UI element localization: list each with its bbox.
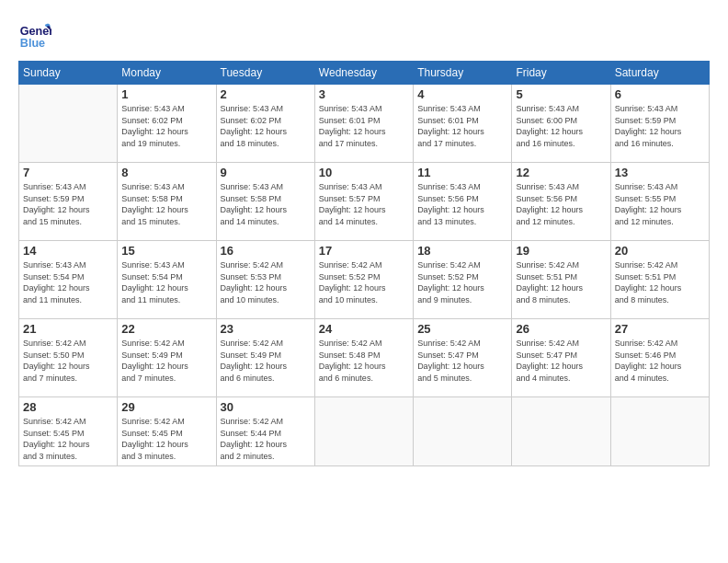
- day-number: 15: [121, 244, 211, 258]
- day-info: Sunrise: 5:42 AM Sunset: 5:51 PM Dayligh…: [516, 259, 606, 305]
- day-number: 4: [417, 87, 507, 101]
- calendar-cell: [512, 397, 610, 466]
- day-info: Sunrise: 5:43 AM Sunset: 5:58 PM Dayligh…: [221, 181, 311, 227]
- calendar-cell: 10Sunrise: 5:43 AM Sunset: 5:57 PM Dayli…: [314, 163, 413, 241]
- page-header: General Blue: [18, 18, 710, 52]
- day-info: Sunrise: 5:43 AM Sunset: 6:00 PM Dayligh…: [516, 103, 606, 149]
- day-info: Sunrise: 5:42 AM Sunset: 5:52 PM Dayligh…: [319, 259, 409, 305]
- day-info: Sunrise: 5:42 AM Sunset: 5:49 PM Dayligh…: [221, 338, 311, 384]
- day-number: 5: [516, 87, 606, 101]
- day-number: 9: [221, 166, 311, 179]
- day-number: 21: [23, 322, 113, 336]
- day-info: Sunrise: 5:42 AM Sunset: 5:47 PM Dayligh…: [417, 338, 507, 384]
- day-number: 13: [615, 166, 705, 179]
- weekday-header: Friday: [512, 62, 610, 85]
- calendar-cell: 5Sunrise: 5:43 AM Sunset: 6:00 PM Daylig…: [512, 85, 610, 163]
- day-info: Sunrise: 5:42 AM Sunset: 5:52 PM Dayligh…: [417, 259, 507, 305]
- day-info: Sunrise: 5:42 AM Sunset: 5:53 PM Dayligh…: [221, 259, 311, 305]
- day-number: 24: [319, 322, 409, 336]
- calendar-cell: 28Sunrise: 5:42 AM Sunset: 5:45 PM Dayli…: [19, 397, 118, 466]
- day-number: 3: [319, 87, 409, 101]
- day-number: 17: [319, 244, 409, 258]
- day-info: Sunrise: 5:43 AM Sunset: 5:56 PM Dayligh…: [417, 181, 507, 227]
- calendar-cell: 4Sunrise: 5:43 AM Sunset: 6:01 PM Daylig…: [414, 85, 512, 163]
- day-info: Sunrise: 5:43 AM Sunset: 6:02 PM Dayligh…: [121, 103, 211, 149]
- weekday-header: Monday: [118, 62, 216, 85]
- calendar-cell: 26Sunrise: 5:42 AM Sunset: 5:47 PM Dayli…: [512, 319, 610, 397]
- calendar-week-row: 1Sunrise: 5:43 AM Sunset: 6:02 PM Daylig…: [19, 85, 710, 163]
- calendar-cell: [414, 397, 512, 466]
- calendar-cell: 17Sunrise: 5:42 AM Sunset: 5:52 PM Dayli…: [314, 241, 413, 319]
- day-number: 14: [23, 244, 113, 258]
- calendar-cell: 13Sunrise: 5:43 AM Sunset: 5:55 PM Dayli…: [610, 163, 709, 241]
- day-number: 10: [319, 166, 409, 179]
- calendar-week-row: 14Sunrise: 5:43 AM Sunset: 5:54 PM Dayli…: [19, 241, 710, 319]
- day-number: 22: [121, 322, 211, 336]
- day-info: Sunrise: 5:43 AM Sunset: 5:59 PM Dayligh…: [615, 103, 705, 149]
- day-info: Sunrise: 5:42 AM Sunset: 5:51 PM Dayligh…: [615, 259, 705, 305]
- calendar-cell: 24Sunrise: 5:42 AM Sunset: 5:48 PM Dayli…: [314, 319, 413, 397]
- calendar-cell: 7Sunrise: 5:43 AM Sunset: 5:59 PM Daylig…: [19, 163, 118, 241]
- calendar-cell: 18Sunrise: 5:42 AM Sunset: 5:52 PM Dayli…: [414, 241, 512, 319]
- calendar-cell: 19Sunrise: 5:42 AM Sunset: 5:51 PM Dayli…: [512, 241, 610, 319]
- day-info: Sunrise: 5:43 AM Sunset: 5:54 PM Dayligh…: [121, 259, 211, 305]
- weekday-header: Wednesday: [314, 62, 413, 85]
- calendar-cell: 20Sunrise: 5:42 AM Sunset: 5:51 PM Dayli…: [610, 241, 709, 319]
- weekday-header: Thursday: [414, 62, 512, 85]
- calendar-cell: 25Sunrise: 5:42 AM Sunset: 5:47 PM Dayli…: [414, 319, 512, 397]
- weekday-header: Sunday: [19, 62, 118, 85]
- day-info: Sunrise: 5:43 AM Sunset: 5:57 PM Dayligh…: [319, 181, 409, 227]
- day-number: 18: [417, 244, 507, 258]
- day-info: Sunrise: 5:42 AM Sunset: 5:45 PM Dayligh…: [121, 416, 211, 462]
- day-info: Sunrise: 5:43 AM Sunset: 6:01 PM Dayligh…: [319, 103, 409, 149]
- day-info: Sunrise: 5:43 AM Sunset: 5:59 PM Dayligh…: [23, 181, 113, 227]
- day-info: Sunrise: 5:43 AM Sunset: 5:54 PM Dayligh…: [23, 259, 113, 305]
- calendar-cell: 8Sunrise: 5:43 AM Sunset: 5:58 PM Daylig…: [118, 163, 216, 241]
- calendar-cell: 6Sunrise: 5:43 AM Sunset: 5:59 PM Daylig…: [610, 85, 709, 163]
- calendar-cell: 11Sunrise: 5:43 AM Sunset: 5:56 PM Dayli…: [414, 163, 512, 241]
- day-number: 6: [615, 87, 705, 101]
- day-info: Sunrise: 5:42 AM Sunset: 5:49 PM Dayligh…: [121, 338, 211, 384]
- day-number: 16: [221, 244, 311, 258]
- day-info: Sunrise: 5:42 AM Sunset: 5:50 PM Dayligh…: [23, 338, 113, 384]
- day-info: Sunrise: 5:42 AM Sunset: 5:45 PM Dayligh…: [23, 416, 113, 462]
- day-info: Sunrise: 5:43 AM Sunset: 5:58 PM Dayligh…: [121, 181, 211, 227]
- day-number: 19: [516, 244, 606, 258]
- day-number: 11: [417, 166, 507, 179]
- calendar-cell: 16Sunrise: 5:42 AM Sunset: 5:53 PM Dayli…: [216, 241, 314, 319]
- day-info: Sunrise: 5:42 AM Sunset: 5:44 PM Dayligh…: [221, 416, 311, 462]
- day-number: 30: [221, 400, 311, 414]
- day-number: 1: [121, 87, 211, 101]
- day-number: 12: [516, 166, 606, 179]
- calendar-cell: [610, 397, 709, 466]
- day-number: 2: [221, 87, 311, 101]
- day-info: Sunrise: 5:43 AM Sunset: 6:01 PM Dayligh…: [417, 103, 507, 149]
- calendar-cell: 21Sunrise: 5:42 AM Sunset: 5:50 PM Dayli…: [19, 319, 118, 397]
- day-number: 7: [23, 166, 113, 179]
- calendar-cell: 27Sunrise: 5:42 AM Sunset: 5:46 PM Dayli…: [610, 319, 709, 397]
- weekday-header: Saturday: [610, 62, 709, 85]
- day-info: Sunrise: 5:42 AM Sunset: 5:47 PM Dayligh…: [516, 338, 606, 384]
- calendar-cell: 15Sunrise: 5:43 AM Sunset: 5:54 PM Dayli…: [118, 241, 216, 319]
- day-info: Sunrise: 5:42 AM Sunset: 5:46 PM Dayligh…: [615, 338, 705, 384]
- calendar-cell: 9Sunrise: 5:43 AM Sunset: 5:58 PM Daylig…: [216, 163, 314, 241]
- calendar-week-row: 7Sunrise: 5:43 AM Sunset: 5:59 PM Daylig…: [19, 163, 710, 241]
- day-info: Sunrise: 5:42 AM Sunset: 5:48 PM Dayligh…: [319, 338, 409, 384]
- calendar-cell: 14Sunrise: 5:43 AM Sunset: 5:54 PM Dayli…: [19, 241, 118, 319]
- day-info: Sunrise: 5:43 AM Sunset: 6:02 PM Dayligh…: [221, 103, 311, 149]
- day-number: 20: [615, 244, 705, 258]
- day-number: 25: [417, 322, 507, 336]
- day-info: Sunrise: 5:43 AM Sunset: 5:55 PM Dayligh…: [615, 181, 705, 227]
- calendar-week-row: 21Sunrise: 5:42 AM Sunset: 5:50 PM Dayli…: [19, 319, 710, 397]
- logo: General Blue: [18, 18, 51, 52]
- calendar-cell: [314, 397, 413, 466]
- calendar-week-row: 28Sunrise: 5:42 AM Sunset: 5:45 PM Dayli…: [19, 397, 710, 466]
- day-number: 8: [121, 166, 211, 179]
- calendar-cell: 3Sunrise: 5:43 AM Sunset: 6:01 PM Daylig…: [314, 85, 413, 163]
- day-number: 27: [615, 322, 705, 336]
- day-number: 23: [221, 322, 311, 336]
- calendar-cell: 2Sunrise: 5:43 AM Sunset: 6:02 PM Daylig…: [216, 85, 314, 163]
- day-info: Sunrise: 5:43 AM Sunset: 5:56 PM Dayligh…: [516, 181, 606, 227]
- calendar-cell: 29Sunrise: 5:42 AM Sunset: 5:45 PM Dayli…: [118, 397, 216, 466]
- calendar-cell: [19, 85, 118, 163]
